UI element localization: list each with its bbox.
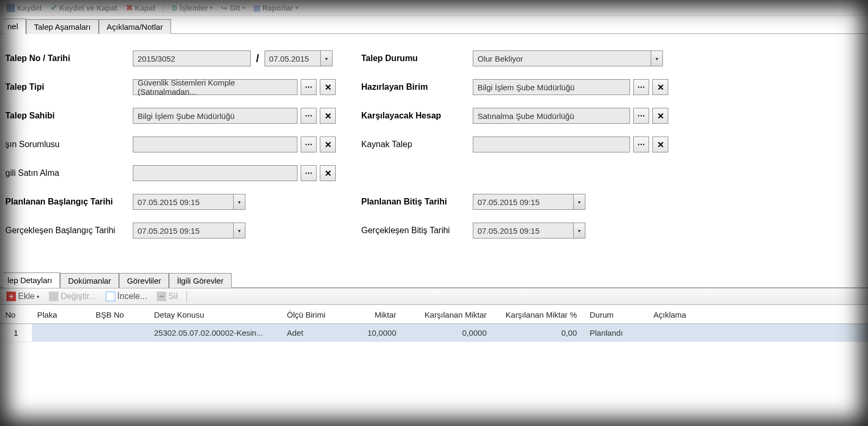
cell-bsb <box>90 324 149 342</box>
hazirlayan-birim-input[interactable]: Bilgi İşlem Şube Müdürlüğü <box>473 79 630 95</box>
edit-icon <box>49 292 58 301</box>
cell-plaka <box>32 324 90 342</box>
karsilayacak-hesap-clear[interactable]: ✕ <box>652 108 668 124</box>
col-konu[interactable]: Detay Konusu <box>149 306 282 324</box>
label-plan-baslangic: Planlanan Başlangıç Tarihi <box>5 197 133 207</box>
isin-sorumlusu-lookup[interactable]: ⋯ <box>301 137 317 152</box>
plan-baslangic-input[interactable]: 07.05.2015 09:15 <box>133 194 234 210</box>
label-talep-tipi: Talep Tipi <box>5 82 133 92</box>
karsilayacak-hesap-input[interactable]: Satınalma Şube Müdürlüğü <box>473 108 630 124</box>
col-no[interactable]: No <box>0 306 32 324</box>
col-olcu[interactable]: Ölçü Birimi <box>282 306 340 324</box>
label-gercek-baslangic: Gerçekleşen Başlangıç Tarihi <box>5 226 133 235</box>
add-button[interactable]: + Ekle ▾ <box>3 291 42 302</box>
talep-no-input[interactable]: 2015/3052 <box>133 50 251 66</box>
detail-toolbar: + Ekle ▾ Değiştir... İncele... − Sil <box>0 288 868 305</box>
plus-icon: + <box>6 292 16 301</box>
ops-menu[interactable]: ⚙İşlemler <box>168 4 216 12</box>
col-kars-miktar[interactable]: Karşılanan Miktar <box>404 306 494 324</box>
plan-bitis-input[interactable]: 07.05.2015 09:15 <box>473 194 574 210</box>
save-close-button[interactable]: ✔Kaydet ve Kapat <box>47 3 121 13</box>
gear-icon: ⚙ <box>171 4 178 12</box>
talep-sahibi-input[interactable]: Bilgi İşlem Şube Müdürlüğü <box>133 108 297 124</box>
table-row[interactable]: 1 25302.05.07.02.00002-Kesin... Adet 10,… <box>0 324 868 342</box>
plan-baslangic-dropdown[interactable] <box>234 194 245 210</box>
label-talep-durumu: Talep Durumu <box>361 54 473 63</box>
kaynak-talep-lookup[interactable]: ⋯ <box>633 137 649 152</box>
gercek-bitis-input[interactable]: 07.05.2015 09:15 <box>473 223 574 238</box>
talep-tipi-clear[interactable]: ✕ <box>320 79 336 95</box>
label-karsilayacak-hesap: Karşılayacak Hesap <box>361 111 473 121</box>
isin-sorumlusu-input[interactable] <box>133 137 297 152</box>
label-talep-sahibi: Talep Sahibi <box>5 111 133 121</box>
talep-sahibi-lookup[interactable]: ⋯ <box>301 108 317 124</box>
label-talep-no: Talep No / Tarihi <box>5 54 133 63</box>
tab-assignees[interactable]: Görevliler <box>119 273 169 288</box>
ilgili-satin-alma-lookup[interactable]: ⋯ <box>301 165 317 181</box>
cell-miktar: 10,0000 <box>340 324 404 342</box>
arrow-icon: ↪ <box>221 4 227 12</box>
go-menu[interactable]: ↪Git <box>218 4 248 12</box>
tab-notes[interactable]: Açıklama/Notlar <box>99 19 171 34</box>
edit-button[interactable]: Değiştir... <box>46 291 99 302</box>
label-hazirlayan-birim: Hazırlayan Birim <box>361 82 473 92</box>
reports-menu[interactable]: ▤Raporlar <box>250 4 301 12</box>
talep-tipi-lookup[interactable]: ⋯ <box>301 79 317 95</box>
label-kaynak-talep: Kaynak Talep <box>361 140 473 149</box>
col-aciklama[interactable]: Açıklama <box>648 306 868 324</box>
label-ilgili-satin-alma: gili Satın Alma <box>5 168 133 178</box>
karsilayacak-hesap-lookup[interactable]: ⋯ <box>633 108 649 124</box>
inspect-icon <box>106 292 115 301</box>
hazirlayan-birim-lookup[interactable]: ⋯ <box>633 79 649 95</box>
detail-grid: No Plaka BŞB No Detay Konusu Ölçü Birimi… <box>0 306 868 342</box>
tab-general[interactable]: nel <box>3 19 26 34</box>
col-kars-oran[interactable]: Karşılanan Miktar % <box>494 306 584 324</box>
gercek-baslangic-dropdown[interactable] <box>234 223 245 238</box>
kaynak-talep-input[interactable] <box>473 137 630 152</box>
tab-stages[interactable]: Talep Aşamaları <box>26 19 99 34</box>
cell-kars-oran: 0,00 <box>494 324 584 342</box>
cell-durum: Planlandı <box>584 324 648 342</box>
ilgili-satin-alma-clear[interactable]: ✕ <box>320 165 336 181</box>
kaynak-talep-clear[interactable]: ✕ <box>652 137 668 152</box>
talep-durumu-dropdown[interactable] <box>651 50 663 66</box>
label-isin-sorumlusu: şın Sorumlusu <box>5 140 133 149</box>
grid-header-row: No Plaka BŞB No Detay Konusu Ölçü Birimi… <box>0 306 868 324</box>
check-icon: ✔ <box>50 3 57 13</box>
talep-sahibi-clear[interactable]: ✕ <box>320 108 336 124</box>
talep-tarihi-input[interactable]: 07.05.2015 <box>265 50 321 66</box>
tab-details[interactable]: lep Detayları <box>3 272 60 288</box>
cell-aciklama <box>648 324 868 342</box>
report-icon: ▤ <box>253 4 260 12</box>
slash: / <box>254 53 261 65</box>
col-miktar[interactable]: Miktar <box>340 306 404 324</box>
delete-button[interactable]: − Sil <box>154 291 181 302</box>
cell-konu: 25302.05.07.02.00002-Kesin... <box>149 324 282 342</box>
detail-section: lep Detayları Dokümanlar Görevliler İlgi… <box>0 272 868 342</box>
ilgili-satin-alma-input[interactable] <box>133 165 297 181</box>
close-icon: ✖ <box>126 3 133 13</box>
save-icon <box>6 4 15 12</box>
gercek-baslangic-input[interactable]: 07.05.2015 09:15 <box>133 223 234 238</box>
cell-kars-miktar: 0,0000 <box>404 324 494 342</box>
talep-durumu-input[interactable]: Olur Bekliyor <box>473 50 651 66</box>
cell-no: 1 <box>0 324 32 342</box>
minus-icon: − <box>157 292 166 301</box>
plan-bitis-dropdown[interactable] <box>574 194 585 210</box>
hazirlayan-birim-clear[interactable]: ✕ <box>652 79 668 95</box>
main-tabs: nel Talep Aşamaları Açıklama/Notlar <box>0 18 868 34</box>
talep-tarihi-dropdown[interactable] <box>321 50 333 66</box>
gercek-bitis-dropdown[interactable] <box>574 223 585 238</box>
save-button[interactable]: Kaydet <box>3 4 45 12</box>
inspect-button[interactable]: İncele... <box>103 291 150 302</box>
col-plaka[interactable]: Plaka <box>32 306 90 324</box>
talep-tipi-input[interactable]: Güvenlik Sistemleri Komple (Satınalmadan… <box>133 79 297 95</box>
close-button[interactable]: ✖Kapat <box>123 3 159 13</box>
isin-sorumlusu-clear[interactable]: ✕ <box>320 137 336 152</box>
label-gercek-bitis: Gerçekleşen Bitiş Tarihi <box>361 226 473 235</box>
tab-docs[interactable]: Dokümanlar <box>60 273 119 288</box>
cell-olcu: Adet <box>282 324 340 342</box>
col-bsb[interactable]: BŞB No <box>90 306 149 324</box>
tab-related-tasks[interactable]: İlgili Görevler <box>169 273 232 288</box>
col-durum[interactable]: Durum <box>584 306 648 324</box>
